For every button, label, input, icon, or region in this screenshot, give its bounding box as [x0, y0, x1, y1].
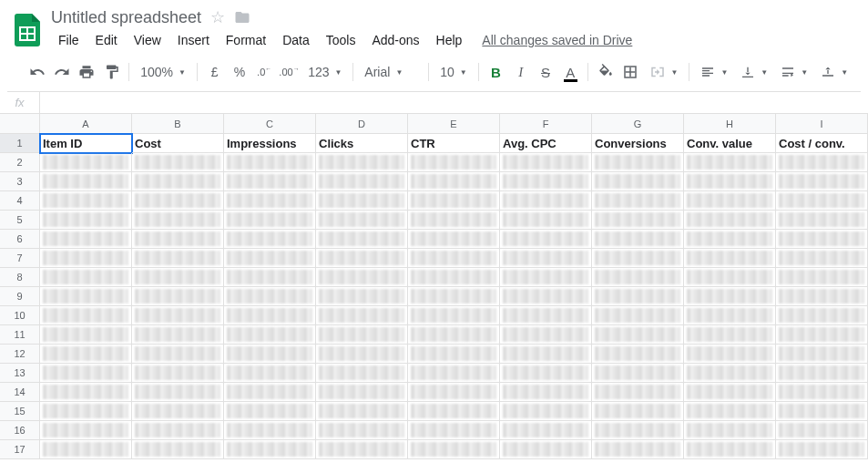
cell[interactable]	[40, 325, 132, 345]
cell[interactable]	[500, 191, 592, 211]
cell[interactable]	[132, 230, 224, 249]
print-button[interactable]	[76, 60, 98, 84]
redo-button[interactable]	[50, 60, 73, 84]
cell[interactable]	[132, 421, 224, 440]
cell[interactable]	[132, 287, 224, 306]
cell[interactable]	[132, 268, 224, 287]
row-header[interactable]: 1	[0, 134, 40, 153]
cell[interactable]	[40, 249, 132, 268]
cell[interactable]	[408, 268, 500, 287]
number-format-select[interactable]: 123▼	[302, 60, 347, 84]
cell[interactable]	[408, 172, 500, 191]
zoom-select[interactable]: 100%▼	[135, 60, 191, 84]
menu-addons[interactable]: Add-ons	[364, 29, 426, 51]
cell[interactable]	[776, 191, 868, 211]
cell[interactable]	[500, 440, 592, 459]
cell[interactable]	[500, 268, 592, 287]
merge-cells-button[interactable]: ▼	[644, 60, 684, 84]
cell[interactable]	[776, 364, 868, 383]
text-rotation-button[interactable]: ▼	[815, 60, 853, 84]
cell[interactable]	[224, 249, 316, 268]
column-header[interactable]: A	[40, 114, 132, 134]
cell[interactable]	[592, 268, 684, 287]
cell[interactable]	[316, 402, 408, 421]
row-header[interactable]: 9	[0, 287, 40, 306]
cell[interactable]	[316, 230, 408, 249]
row-header[interactable]: 13	[0, 364, 40, 383]
cell[interactable]	[500, 230, 592, 249]
cell[interactable]	[316, 287, 408, 306]
cell[interactable]	[224, 172, 316, 191]
document-title[interactable]: Untitled spreadsheet	[51, 8, 201, 27]
cell[interactable]	[316, 211, 408, 230]
cell[interactable]	[40, 421, 132, 440]
menu-insert[interactable]: Insert	[170, 29, 217, 51]
cell[interactable]	[500, 287, 592, 306]
row-header[interactable]: 6	[0, 230, 40, 249]
cell[interactable]	[684, 421, 776, 440]
text-color-button[interactable]: A	[559, 60, 582, 84]
menu-file[interactable]: File	[51, 29, 87, 51]
cell[interactable]	[224, 153, 316, 172]
cell[interactable]	[224, 211, 316, 230]
text-wrap-button[interactable]: ▼	[775, 60, 813, 84]
row-header[interactable]: 5	[0, 211, 40, 230]
cell[interactable]	[132, 325, 224, 345]
cell[interactable]	[316, 249, 408, 268]
cell[interactable]	[408, 383, 500, 402]
cell[interactable]	[132, 306, 224, 325]
cell[interactable]	[500, 306, 592, 325]
cell[interactable]	[592, 249, 684, 268]
menu-tools[interactable]: Tools	[319, 29, 363, 51]
cell[interactable]	[132, 364, 224, 383]
cell[interactable]	[776, 153, 868, 172]
cell[interactable]	[592, 421, 684, 440]
cell[interactable]	[500, 153, 592, 172]
cell[interactable]	[592, 440, 684, 459]
column-header[interactable]: E	[408, 114, 500, 134]
menu-edit[interactable]: Edit	[88, 29, 125, 51]
column-header[interactable]: C	[224, 114, 316, 134]
italic-button[interactable]: I	[509, 60, 532, 84]
cell[interactable]	[316, 383, 408, 402]
currency-button[interactable]: £	[203, 60, 226, 84]
cell[interactable]	[224, 325, 316, 345]
save-status[interactable]: All changes saved in Drive	[475, 29, 639, 51]
formula-input[interactable]	[40, 92, 868, 113]
cell[interactable]	[408, 421, 500, 440]
cell[interactable]: Conv. value	[684, 134, 776, 153]
column-header[interactable]: B	[132, 114, 224, 134]
cell[interactable]	[224, 345, 316, 364]
cell[interactable]	[132, 172, 224, 191]
cell[interactable]	[592, 325, 684, 345]
cell[interactable]	[132, 191, 224, 211]
cell[interactable]	[224, 440, 316, 459]
cell[interactable]	[776, 172, 868, 191]
cell[interactable]	[684, 287, 776, 306]
cell[interactable]	[592, 287, 684, 306]
cell[interactable]	[592, 153, 684, 172]
cell[interactable]	[224, 383, 316, 402]
cell[interactable]	[592, 383, 684, 402]
borders-button[interactable]	[618, 60, 641, 84]
row-header[interactable]: 2	[0, 153, 40, 172]
cell[interactable]	[776, 230, 868, 249]
column-header[interactable]: G	[592, 114, 684, 134]
decrease-decimal-button[interactable]: .0←	[253, 60, 276, 84]
cell[interactable]	[408, 345, 500, 364]
cell[interactable]	[776, 345, 868, 364]
folder-icon[interactable]	[234, 9, 250, 26]
cell[interactable]	[316, 268, 408, 287]
cell[interactable]	[500, 402, 592, 421]
undo-button[interactable]	[26, 60, 48, 84]
cell[interactable]	[316, 153, 408, 172]
bold-button[interactable]: B	[485, 60, 507, 84]
row-header[interactable]: 7	[0, 249, 40, 268]
increase-decimal-button[interactable]: .00→	[278, 60, 301, 84]
cell[interactable]	[40, 306, 132, 325]
cell[interactable]	[40, 402, 132, 421]
cell[interactable]	[592, 172, 684, 191]
cell[interactable]	[132, 153, 224, 172]
cell[interactable]	[684, 153, 776, 172]
cell[interactable]	[224, 191, 316, 211]
